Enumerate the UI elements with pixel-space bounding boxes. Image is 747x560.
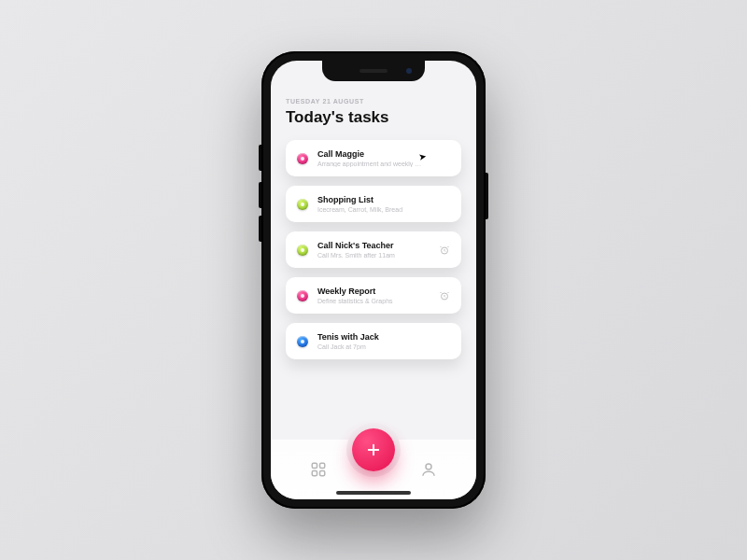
task-text: Call Maggie Arrange appointment and week… [317,149,450,167]
task-subtitle: Call Jack at 7pm [317,343,450,350]
task-card[interactable]: Shopping List Icecream, Carrot, Milk, Br… [286,186,461,222]
task-subtitle: Define statistics & Graphs [317,298,430,304]
task-subtitle: Call Mrs. Smith after 11am [317,252,430,259]
category-dot-icon [297,290,308,301]
task-title: Call Maggie [317,149,450,159]
add-task-button[interactable] [352,428,395,471]
task-card[interactable]: Call Nick's Teacher Call Mrs. Smith afte… [286,231,461,268]
screen: TUESDAY 21 AUGUST Today's tasks Call Mag… [271,61,476,499]
home-indicator[interactable] [336,491,411,495]
svg-rect-3 [319,463,324,468]
task-text: Weekly Report Define statistics & Graphs [317,287,430,304]
svg-point-6 [426,464,431,469]
task-subtitle: Arrange appointment and weekly … [317,161,450,167]
task-list: Call Maggie Arrange appointment and week… [286,140,461,359]
front-camera [406,68,412,74]
category-dot-icon [297,199,308,210]
task-card[interactable]: Call Maggie Arrange appointment and week… [286,140,461,176]
phone-frame: TUESDAY 21 AUGUST Today's tasks Call Mag… [261,51,486,509]
svg-rect-2 [312,463,317,468]
date-label: TUESDAY 21 AUGUST [286,98,461,105]
alarm-icon [439,245,450,256]
category-dot-icon [297,245,308,256]
grid-icon[interactable] [310,461,327,478]
notch [322,61,425,81]
task-text: Shopping List Icecream, Carrot, Milk, Br… [317,195,450,213]
svg-rect-5 [319,471,324,476]
task-title: Call Nick's Teacher [317,241,430,250]
category-dot-icon [297,336,308,347]
alarm-icon [439,290,450,301]
task-title: Tenis with Jack [317,332,450,342]
task-title: Shopping List [317,195,450,204]
task-subtitle: Icecream, Carrot, Milk, Bread [317,206,450,213]
category-dot-icon [297,153,308,164]
page-title: Today's tasks [286,108,461,127]
speaker [359,69,388,73]
profile-icon[interactable] [420,461,437,478]
task-text: Tenis with Jack Call Jack at 7pm [317,332,450,350]
task-title: Weekly Report [317,287,430,296]
task-text: Call Nick's Teacher Call Mrs. Smith afte… [317,241,430,259]
svg-rect-4 [312,471,317,476]
cursor-icon: ➤ [417,150,427,161]
task-card[interactable]: Weekly Report Define statistics & Graphs [286,277,461,314]
plus-icon [365,441,382,458]
task-card[interactable]: Tenis with Jack Call Jack at 7pm [286,323,461,359]
